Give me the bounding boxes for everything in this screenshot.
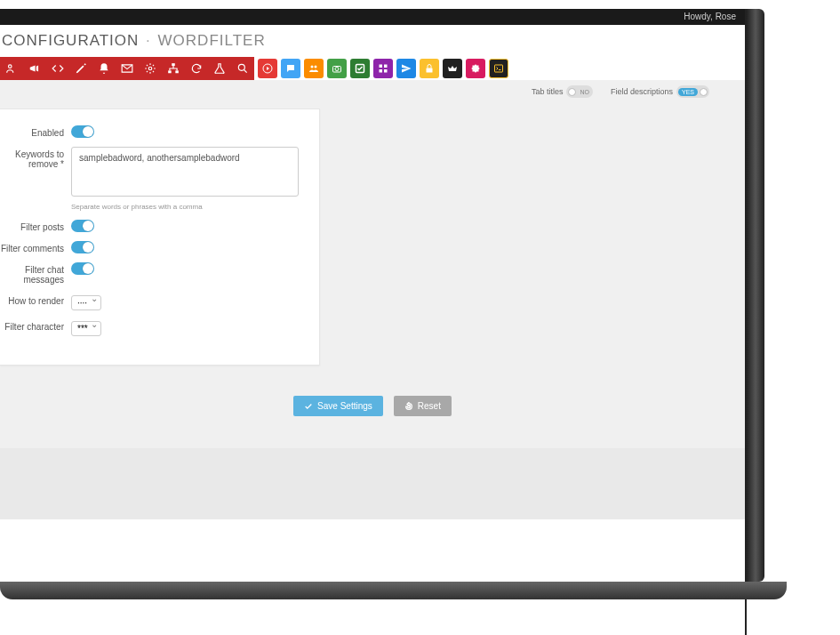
gears-icon[interactable] <box>139 57 162 80</box>
tab-titles-label: Tab titles <box>532 87 564 96</box>
field-desc-option: Field descriptions YES <box>611 85 709 98</box>
crown-icon[interactable] <box>443 59 462 78</box>
field-desc-label: Field descriptions <box>611 87 673 96</box>
svg-rect-12 <box>380 65 383 68</box>
users-icon[interactable] <box>0 57 23 80</box>
filter-chat-label: Filter chat messages <box>0 262 71 285</box>
tab-titles-toggle[interactable]: NO <box>566 85 593 98</box>
flask-icon[interactable] <box>208 57 231 80</box>
filter-char-select[interactable]: **** <box>71 321 101 336</box>
field-desc-toggle[interactable]: YES <box>676 85 709 98</box>
svg-point-7 <box>311 66 314 68</box>
title-separator: · <box>146 32 151 49</box>
keywords-label: Keywords to remove * <box>0 147 71 169</box>
refresh-icon[interactable] <box>185 57 208 80</box>
tab-titles-option: Tab titles NO <box>532 85 593 98</box>
laptop-bezel <box>747 9 764 582</box>
toolbar <box>0 57 745 80</box>
greeting-text: Howdy, Rose <box>684 12 736 21</box>
puzzle-icon[interactable] <box>466 59 485 78</box>
footer-band-light <box>0 519 745 635</box>
check-icon[interactable] <box>350 59 370 78</box>
svg-rect-4 <box>175 70 179 73</box>
terminal-icon[interactable] <box>489 59 508 78</box>
filter-comments-label: Filter comments <box>0 241 71 253</box>
code-icon[interactable] <box>46 57 69 80</box>
svg-rect-17 <box>495 65 503 72</box>
reset-label: Reset <box>418 401 441 411</box>
svg-point-8 <box>315 66 317 68</box>
grid-icon[interactable] <box>373 59 393 78</box>
svg-rect-3 <box>168 70 172 73</box>
svg-rect-15 <box>384 69 388 73</box>
megaphone-icon[interactable] <box>23 57 46 80</box>
svg-point-5 <box>238 64 244 70</box>
filter-comments-toggle[interactable] <box>71 241 94 253</box>
camera-icon[interactable] <box>327 59 347 78</box>
svg-rect-14 <box>380 69 383 73</box>
title-main: CONFIGURATION <box>2 32 139 49</box>
filter-posts-label: Filter posts <box>0 220 71 232</box>
lock-icon[interactable] <box>420 59 439 78</box>
svg-point-0 <box>9 65 12 68</box>
bell-icon[interactable] <box>92 57 116 80</box>
svg-rect-16 <box>427 68 433 73</box>
how-to-render-select[interactable]: ···· <box>71 295 101 310</box>
filter-char-label: Filter character <box>0 319 71 332</box>
chat-icon[interactable] <box>281 59 300 78</box>
wordfilter-settings-panel: Enabled Keywords to remove * Separate wo… <box>0 109 320 366</box>
crowd-icon[interactable] <box>304 59 324 78</box>
save-label: Save Settings <box>317 401 372 411</box>
keywords-textarea[interactable] <box>71 147 299 197</box>
play-icon[interactable] <box>258 59 277 78</box>
search-icon[interactable] <box>231 57 254 80</box>
save-button[interactable]: Save Settings <box>293 396 383 416</box>
svg-rect-2 <box>172 63 175 66</box>
laptop-base <box>0 582 787 599</box>
mail-icon[interactable] <box>116 57 139 80</box>
toolbar-admin-group <box>0 57 254 80</box>
filter-posts-toggle[interactable] <box>71 220 94 232</box>
toolbar-apps-group <box>258 57 508 80</box>
top-greeting-bar: Howdy, Rose <box>0 9 745 25</box>
pencil-icon[interactable] <box>69 57 92 80</box>
enabled-toggle[interactable] <box>71 125 94 138</box>
svg-point-10 <box>335 68 339 71</box>
keywords-hint: Separate words or phrases with a comma <box>71 203 299 211</box>
svg-point-1 <box>148 67 152 70</box>
filter-chat-toggle[interactable] <box>71 262 94 275</box>
svg-rect-13 <box>384 65 388 68</box>
enabled-label: Enabled <box>0 125 71 138</box>
sitemap-icon[interactable] <box>162 57 185 80</box>
page-title: CONFIGURATION · WORDFILTER <box>0 25 745 57</box>
reset-button[interactable]: Reset <box>394 396 452 416</box>
send-icon[interactable] <box>396 59 416 78</box>
view-options-row: Tab titles NO Field descriptions YES <box>0 80 745 98</box>
title-sub: WORDFILTER <box>158 32 266 49</box>
form-actions: Save Settings Reset <box>0 387 745 443</box>
how-to-render-label: How to render <box>0 293 71 306</box>
